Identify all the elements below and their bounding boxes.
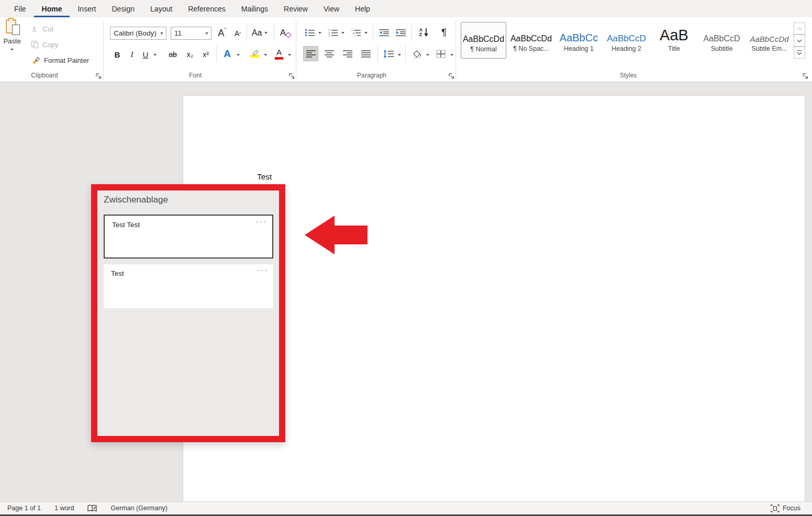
- font-color-dropdown-icon[interactable]: [288, 54, 291, 56]
- increase-indent-button[interactable]: [394, 26, 407, 39]
- tab-help[interactable]: Help: [347, 0, 378, 17]
- clipboard-item-options-icon[interactable]: ···: [256, 217, 267, 226]
- align-center-icon: [325, 50, 334, 58]
- copy-button[interactable]: Copy: [31, 38, 94, 51]
- sort-button[interactable]: A Z: [416, 25, 432, 40]
- underline-dropdown-icon[interactable]: [153, 54, 157, 56]
- decrease-indent-icon: [379, 28, 389, 37]
- paragraph-group-label: Paragraph: [338, 72, 406, 80]
- superscript-button[interactable]: x²: [199, 48, 213, 61]
- tab-file[interactable]: File: [6, 0, 34, 17]
- grow-font-button[interactable]: A ˆ: [215, 26, 229, 40]
- tab-references[interactable]: References: [180, 0, 233, 17]
- tab-home[interactable]: Home: [34, 0, 70, 17]
- copy-icon: [31, 41, 38, 48]
- style-heading-1[interactable]: AaBbCc Heading 1: [556, 22, 602, 59]
- style-subtle-emphasis[interactable]: AaBbCcDd Subtle Em...: [747, 22, 792, 59]
- style-subtitle[interactable]: AaBbCcD Subtitle: [699, 22, 744, 59]
- word-count[interactable]: 1 word: [54, 504, 74, 512]
- proofing-book-icon: [87, 504, 97, 512]
- font-name-value: Calibri (Body): [114, 29, 157, 37]
- style-title[interactable]: AaB Title: [651, 22, 697, 59]
- align-center-button[interactable]: [321, 46, 337, 61]
- page-indicator[interactable]: Page 1 of 1: [7, 504, 41, 512]
- styles-scroll-down-button[interactable]: [794, 35, 805, 47]
- align-right-button[interactable]: [340, 46, 355, 61]
- show-formatting-marks-button[interactable]: ¶: [438, 25, 450, 40]
- clipboard-item-1[interactable]: Test Test ···: [104, 215, 273, 259]
- clipboard-item-2[interactable]: Test ···: [104, 264, 273, 308]
- style-no-spacing[interactable]: AaBbCcDd ¶ No Spac...: [508, 22, 554, 59]
- borders-dropdown-icon[interactable]: [450, 54, 453, 56]
- styles-scroll-up-button[interactable]: [794, 23, 805, 35]
- style-normal[interactable]: AaBbCcDd ¶ Normal: [461, 22, 506, 59]
- paste-dropdown-icon[interactable]: [10, 49, 14, 51]
- bullets-button[interactable]: [304, 26, 316, 39]
- clipboard-dialog-launcher[interactable]: [95, 73, 102, 80]
- bullets-dropdown-icon[interactable]: [318, 32, 321, 34]
- numbering-button[interactable]: 123: [327, 26, 339, 39]
- justify-button[interactable]: [358, 46, 373, 61]
- underline-button[interactable]: U: [139, 48, 152, 61]
- tab-insert[interactable]: Insert: [70, 0, 104, 17]
- shading-button[interactable]: [409, 47, 424, 61]
- clear-formatting-button[interactable]: A: [277, 26, 293, 40]
- font-size-select[interactable]: 11: [171, 27, 212, 40]
- styles-gallery-expand-button[interactable]: [794, 47, 805, 59]
- paste-button[interactable]: Paste: [0, 17, 24, 64]
- tab-review[interactable]: Review: [276, 0, 316, 17]
- text-effects-button[interactable]: A: [220, 47, 235, 61]
- tab-layout[interactable]: Layout: [142, 0, 180, 17]
- sort-arrow-icon: [424, 28, 429, 37]
- format-painter-icon: [31, 56, 40, 64]
- strikethrough-button[interactable]: ab: [165, 48, 180, 61]
- clipboard-item-options-icon[interactable]: ···: [257, 265, 268, 274]
- line-spacing-dropdown-icon[interactable]: [398, 54, 401, 56]
- ribbon: Paste ✂ Cut Copy Format Painter Clipboar…: [0, 17, 812, 82]
- document-text[interactable]: Test: [257, 172, 272, 182]
- text-effects-dropdown-icon[interactable]: [237, 54, 240, 56]
- font-color-button[interactable]: A: [272, 47, 286, 61]
- tab-view[interactable]: View: [316, 0, 347, 17]
- numbering-dropdown-icon[interactable]: [341, 32, 344, 34]
- borders-button[interactable]: [433, 47, 448, 61]
- highlight-dropdown-icon[interactable]: [264, 54, 267, 56]
- font-name-select[interactable]: Calibri (Body): [110, 27, 166, 40]
- multilevel-list-button[interactable]: 1ai: [350, 26, 362, 39]
- justify-icon: [361, 50, 371, 58]
- shading-dropdown-icon[interactable]: [426, 54, 429, 56]
- paragraph-dialog-launcher[interactable]: [448, 73, 455, 80]
- line-spacing-button[interactable]: [381, 47, 396, 61]
- language-indicator[interactable]: German (Germany): [110, 504, 167, 512]
- subscript-button[interactable]: x₂: [183, 48, 197, 61]
- focus-mode-button[interactable]: Focus: [771, 504, 800, 512]
- style-heading-2[interactable]: AaBbCcD Heading 2: [604, 22, 649, 59]
- chevron-up-icon: [797, 27, 802, 30]
- proofing-status[interactable]: [87, 504, 97, 512]
- font-dialog-launcher[interactable]: [288, 73, 295, 80]
- format-painter-button[interactable]: Format Painter: [31, 54, 99, 66]
- cut-button[interactable]: ✂ Cut: [31, 23, 94, 35]
- multilevel-dropdown-icon[interactable]: [364, 32, 368, 34]
- align-left-button[interactable]: [303, 46, 318, 61]
- bullets-icon: [305, 28, 315, 37]
- styles-dialog-launcher[interactable]: [802, 73, 809, 80]
- shrink-font-button[interactable]: A ˆ: [231, 27, 244, 40]
- font-size-dropdown-icon: [205, 32, 208, 35]
- font-name-dropdown-icon: [160, 32, 163, 35]
- decrease-indent-button[interactable]: [377, 26, 391, 39]
- highlight-button[interactable]: [247, 47, 262, 61]
- align-right-icon: [343, 50, 352, 58]
- focus-icon: [771, 504, 780, 512]
- italic-button[interactable]: I: [126, 48, 138, 61]
- shrink-caret-icon: ˆ: [239, 28, 241, 34]
- tab-mailings[interactable]: Mailings: [233, 0, 276, 17]
- svg-text:3: 3: [328, 34, 330, 37]
- bold-button[interactable]: B: [111, 48, 124, 61]
- grow-caret-icon: ˆ: [224, 27, 226, 33]
- tab-design[interactable]: Design: [104, 0, 142, 17]
- chevron-down-icon: [797, 39, 802, 42]
- change-case-button[interactable]: Aa: [250, 26, 270, 40]
- scissors-icon: ✂: [30, 26, 39, 32]
- paste-clipboard-icon: [6, 18, 18, 34]
